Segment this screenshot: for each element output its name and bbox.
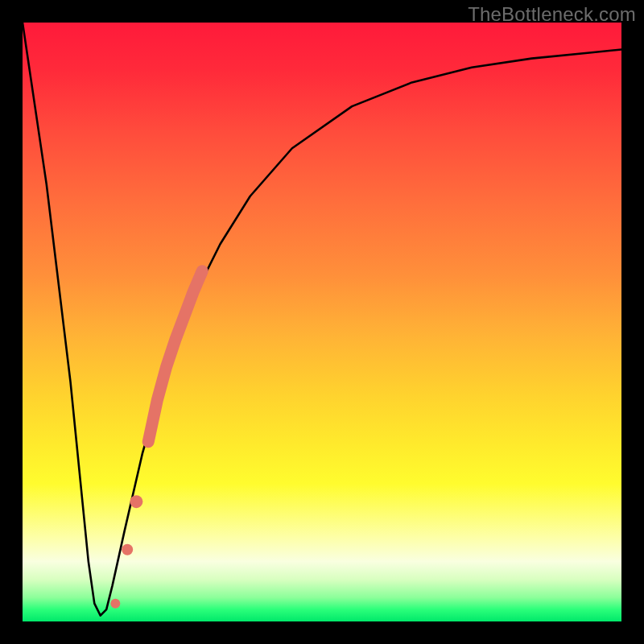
emphasis-dot bbox=[122, 544, 133, 555]
bottleneck-curve-path bbox=[23, 23, 621, 616]
watermark-text: TheBottleneck.com bbox=[468, 3, 636, 26]
emphasis-thick-segment bbox=[148, 271, 202, 442]
emphasis-dot bbox=[110, 599, 120, 609]
plot-area bbox=[23, 23, 621, 621]
emphasis-dot-group bbox=[110, 271, 202, 609]
chart-svg bbox=[23, 23, 621, 621]
chart-frame: TheBottleneck.com bbox=[0, 0, 644, 644]
emphasis-dot bbox=[130, 495, 142, 508]
